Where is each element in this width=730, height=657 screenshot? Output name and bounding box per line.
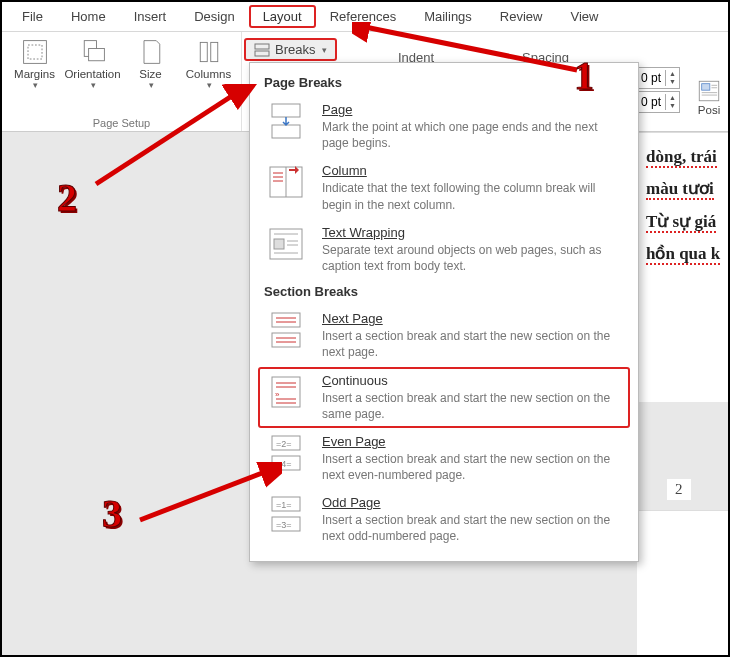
annotation-1: 1	[574, 52, 594, 99]
next-page-icon	[264, 311, 308, 349]
breaks-dropdown: Page Breaks Page Mark the point at which…	[249, 62, 639, 562]
continuous-icon: »	[264, 373, 308, 411]
tab-insert[interactable]: Insert	[120, 5, 181, 28]
annotation-3: 3	[102, 490, 122, 537]
svg-rect-9	[702, 84, 710, 91]
orientation-icon	[79, 38, 107, 66]
column-break-icon	[264, 163, 308, 201]
svg-rect-0	[23, 41, 46, 64]
doc-text-line: Từ sự giá	[646, 206, 730, 238]
doc-text-line: hồn qua k	[646, 238, 730, 270]
doc-text-line: màu tươi	[646, 173, 730, 205]
menu-item-next-page[interactable]: Next Page Insert a section break and sta…	[258, 305, 630, 366]
section-title-section-breaks: Section Breaks	[264, 284, 624, 299]
section-title-page-breaks: Page Breaks	[264, 75, 624, 90]
annotation-arrow-3	[132, 462, 282, 532]
menu-item-column[interactable]: Column Indicate that the text following …	[258, 157, 630, 218]
margins-button[interactable]: Margins▾	[8, 36, 62, 92]
svg-rect-15	[272, 125, 300, 138]
annotation-2: 2	[57, 174, 77, 221]
chevron-down-icon: ▾	[322, 45, 327, 55]
page-number: 2	[667, 479, 691, 500]
svg-rect-4	[200, 42, 207, 61]
page-break-icon	[264, 102, 308, 140]
tab-design[interactable]: Design	[180, 5, 248, 28]
text-wrapping-icon	[264, 225, 308, 263]
svg-rect-30	[272, 333, 300, 347]
doc-text-line: dòng, trái	[646, 141, 730, 173]
menu-item-odd-page[interactable]: =1==3= Odd Page Insert a section break a…	[258, 489, 630, 550]
svg-line-47	[360, 26, 577, 70]
tab-file[interactable]: File	[8, 5, 57, 28]
svg-line-49	[140, 470, 270, 520]
position-icon	[696, 78, 722, 104]
svg-rect-5	[210, 42, 217, 61]
svg-rect-1	[28, 45, 42, 59]
menu-item-page[interactable]: Page Mark the point at which one page en…	[258, 96, 630, 157]
annotation-arrow-2	[88, 84, 258, 194]
svg-text:»: »	[275, 390, 280, 399]
tab-home[interactable]: Home	[57, 5, 120, 28]
tab-layout[interactable]: Layout	[249, 5, 316, 28]
document-view[interactable]: dòng, trái màu tươi Từ sự giá hồn qua k	[637, 132, 730, 402]
size-icon	[137, 38, 165, 66]
svg-rect-7	[255, 51, 269, 56]
columns-icon	[195, 38, 223, 66]
svg-rect-22	[274, 239, 284, 249]
svg-line-48	[96, 92, 238, 184]
annotation-arrow-1	[352, 22, 592, 76]
menu-item-even-page[interactable]: =2==4= Even Page Insert a section break …	[258, 428, 630, 489]
menu-item-text-wrapping[interactable]: Text Wrapping Separate text around objec…	[258, 219, 630, 280]
svg-rect-27	[272, 313, 300, 327]
position-button[interactable]: Posi	[696, 78, 722, 116]
svg-rect-6	[255, 44, 269, 49]
menu-item-continuous[interactable]: » Continuous Insert a section break and …	[258, 367, 630, 428]
breaks-button[interactable]: Breaks ▾	[244, 38, 337, 61]
svg-text:=2=: =2=	[276, 439, 292, 449]
breaks-label: Breaks	[275, 42, 315, 57]
svg-rect-14	[272, 104, 300, 117]
margins-icon	[21, 38, 49, 66]
document-next-page[interactable]	[637, 510, 730, 655]
svg-rect-3	[88, 49, 104, 61]
breaks-icon	[254, 43, 270, 57]
